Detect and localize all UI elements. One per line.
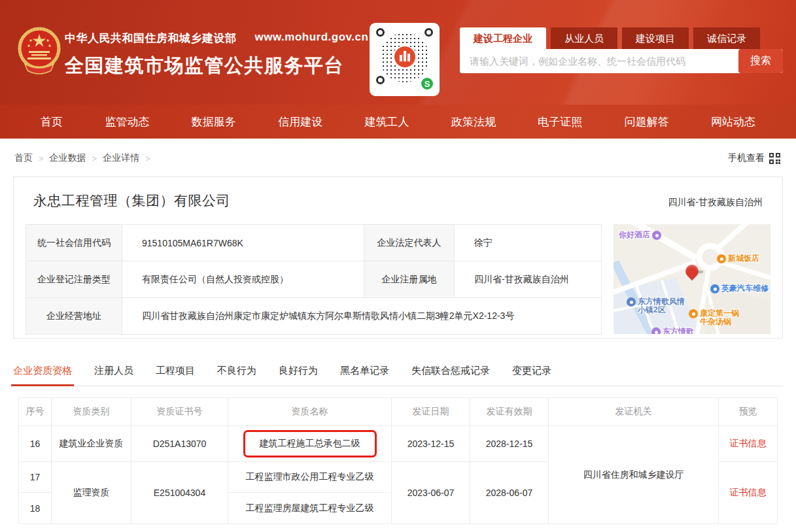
main-nav: 首页 监管动态 数据服务 信用建设 建筑工人 政策法规 电子证照 问题解答 网站… xyxy=(0,105,796,139)
certificate-number: E251004304 xyxy=(131,462,228,524)
registration-region-value: 四川省-甘孜藏族自治州 xyxy=(455,261,602,298)
site-banner: 中华人民共和国住房和城乡建设部 www.mohurd.gov.cn 全国建筑市场… xyxy=(0,0,796,105)
qualification-category: 监理资质 xyxy=(52,462,131,524)
company-info-table: 统一社会信用代码 91510105MA61R7W68K 企业法定代表人 徐宁 企… xyxy=(26,224,602,335)
credit-code-value: 91510105MA61R7W68K xyxy=(122,225,364,261)
nav-item-data-services[interactable]: 数据服务 xyxy=(192,114,236,129)
certificate-number: D251A13070 xyxy=(131,426,228,462)
town-poi-icon xyxy=(627,297,636,307)
nav-item-certificates[interactable]: 电子证照 xyxy=(538,114,582,129)
qr-corner-ring xyxy=(424,28,433,37)
issue-date: 2023-12-15 xyxy=(392,426,470,462)
qr-code-icon xyxy=(769,153,780,164)
field-label: 企业法定代表人 xyxy=(364,225,455,261)
row-no: 18 xyxy=(19,493,52,524)
mobile-view-link[interactable]: 手机查看 xyxy=(728,152,780,164)
nav-item-supervision[interactable]: 监管动态 xyxy=(105,114,149,129)
nav-item-home[interactable]: 首页 xyxy=(41,114,63,129)
breadcrumb-separator: > xyxy=(92,154,97,163)
col-header-preview: 预览 xyxy=(719,398,778,426)
wechat-miniprogram-icon: S xyxy=(420,76,434,91)
nav-item-policy[interactable]: 政策法规 xyxy=(451,114,496,129)
col-header-issue-date: 发证日期 xyxy=(392,398,470,426)
search-tab-project[interactable]: 建设项目 xyxy=(622,27,689,49)
wechat-qr-code: S xyxy=(370,23,440,96)
row-no: 16 xyxy=(19,426,52,462)
col-header-category: 资质类别 xyxy=(52,398,131,426)
col-header-cert-no: 资质证书号 xyxy=(131,398,228,426)
breadcrumb: 首页 > 企业数据 > 企业详情 > xyxy=(14,152,156,164)
qualifications-table: 序号 资质类别 资质证书号 资质名称 发证日期 发证有效期 发证机关 预览 16… xyxy=(18,397,778,524)
poi-label: 新城饭店 xyxy=(728,254,759,263)
car-repair-poi-icon xyxy=(710,284,719,293)
qualification-name: 工程监理市政公用工程专业乙级 xyxy=(228,462,392,493)
tab-qualifications[interactable]: 企业资质资格 xyxy=(13,365,72,377)
breadcrumb-enterprise-detail[interactable]: 企业详情 xyxy=(103,152,139,164)
nav-item-site-news[interactable]: 网站动态 xyxy=(711,114,755,129)
breadcrumb-separator: > xyxy=(145,154,150,163)
search-tab-credit[interactable]: 诚信记录 xyxy=(693,27,760,49)
tab-change-records[interactable]: 变更记录 xyxy=(512,365,551,377)
search-button[interactable]: 搜索 xyxy=(738,49,783,73)
legal-representative-value: 徐宁 xyxy=(455,225,602,261)
poi-label: 东方情歌 xyxy=(663,327,694,334)
poi-label: 英豪汽车维修 xyxy=(721,284,769,293)
national-emblem-logo xyxy=(17,25,61,77)
issuing-authority: 四川省住房和城乡建设厅 xyxy=(549,426,719,524)
poi-label: 东方情歌风情小镇2区 xyxy=(638,297,687,314)
keyword-search-input[interactable] xyxy=(460,49,738,73)
tab-bad-behavior[interactable]: 不良行为 xyxy=(217,365,256,377)
breadcrumb-home[interactable]: 首页 xyxy=(14,152,33,164)
table-header-row: 序号 资质类别 资质证书号 资质名称 发证日期 发证有效期 发证机关 预览 xyxy=(19,398,778,426)
location-map[interactable]: 你好酒店 新城饭店 英豪汽车维修 东方情歌风情小镇2区 康定第一锅牛杂汤锅 xyxy=(614,224,770,334)
mobile-view-label: 手机查看 xyxy=(728,152,765,164)
poi-label: 康定第一锅牛杂汤锅 xyxy=(700,309,740,326)
col-header-no: 序号 xyxy=(19,398,52,426)
qr-corner-ring xyxy=(376,28,385,37)
certificate-info-link[interactable]: 证书信息 xyxy=(730,487,767,497)
nav-item-workers[interactable]: 建筑工人 xyxy=(365,114,409,129)
poi-label: 你好酒店 xyxy=(619,231,650,240)
col-header-authority: 发证机关 xyxy=(549,398,719,426)
hotel-poi-icon xyxy=(652,231,661,240)
company-detail-card: 永忠工程管理（集团）有限公司 四川省-甘孜藏族自治州 统一社会信用代码 9151… xyxy=(13,176,783,339)
tab-blacklist[interactable]: 黑名单记录 xyxy=(340,365,389,377)
nav-item-faq[interactable]: 问题解答 xyxy=(625,114,669,129)
table-row: 16 建筑业企业资质 D251A13070 建筑工程施工总承包二级 2023-1… xyxy=(19,426,778,462)
qualification-category: 建筑业企业资质 xyxy=(52,426,131,462)
poi-icon xyxy=(651,327,661,334)
col-header-name: 资质名称 xyxy=(228,398,392,426)
field-label: 统一社会信用代码 xyxy=(26,225,122,261)
restaurant-poi-icon xyxy=(717,254,726,263)
field-label: 企业注册属地 xyxy=(364,261,455,298)
nav-item-credit[interactable]: 信用建设 xyxy=(278,114,322,129)
tab-good-behavior[interactable]: 良好行为 xyxy=(279,365,318,377)
search-tab-enterprise[interactable]: 建设工程企业 xyxy=(460,27,546,49)
tab-projects[interactable]: 工程项目 xyxy=(156,365,195,377)
highlighted-qualification-name: 建筑工程施工总承包二级 xyxy=(243,430,377,457)
ministry-name: 中华人民共和国住房和城乡建设部 xyxy=(65,31,237,46)
valid-until-date: 2028-06-07 xyxy=(470,462,549,524)
search-category-tabs: 建设工程企业 从业人员 建设项目 诚信记录 xyxy=(460,27,783,49)
qr-corner-ring xyxy=(376,76,385,84)
search-tab-personnel[interactable]: 从业人员 xyxy=(551,27,617,49)
qr-center-building-icon xyxy=(393,45,417,69)
row-no: 17 xyxy=(19,462,52,493)
issue-date: 2023-06-07 xyxy=(392,462,470,524)
detail-section-tabs: 企业资质资格 注册人员 工程项目 不良行为 良好行为 黑名单记录 失信联合惩戒记… xyxy=(13,365,783,386)
field-label: 企业经营地址 xyxy=(26,298,122,335)
breadcrumb-enterprise-data[interactable]: 企业数据 xyxy=(50,152,86,164)
business-address-value: 四川省甘孜藏族自治州康定市康定炉城镇东方阿尔卑斯情歌风情小镇二期3幢2单元X2-… xyxy=(122,298,602,335)
ministry-website: www.mohurd.gov.cn xyxy=(255,31,369,46)
tab-dishonesty-records[interactable]: 失信联合惩戒记录 xyxy=(411,365,490,377)
breadcrumb-separator: > xyxy=(39,154,44,163)
col-header-valid-until: 发证有效期 xyxy=(470,398,549,426)
hotpot-poi-icon xyxy=(689,309,698,318)
valid-until-date: 2028-12-15 xyxy=(470,426,549,462)
qualification-name: 工程监理房屋建筑工程专业乙级 xyxy=(228,493,392,524)
tab-registered-personnel[interactable]: 注册人员 xyxy=(94,365,133,377)
field-label: 企业登记注册类型 xyxy=(26,261,122,298)
certificate-info-link[interactable]: 证书信息 xyxy=(730,438,767,448)
company-region: 四川省-甘孜藏族自治州 xyxy=(668,197,763,210)
platform-title: 全国建筑市场监管公共服务平台 xyxy=(65,53,368,79)
